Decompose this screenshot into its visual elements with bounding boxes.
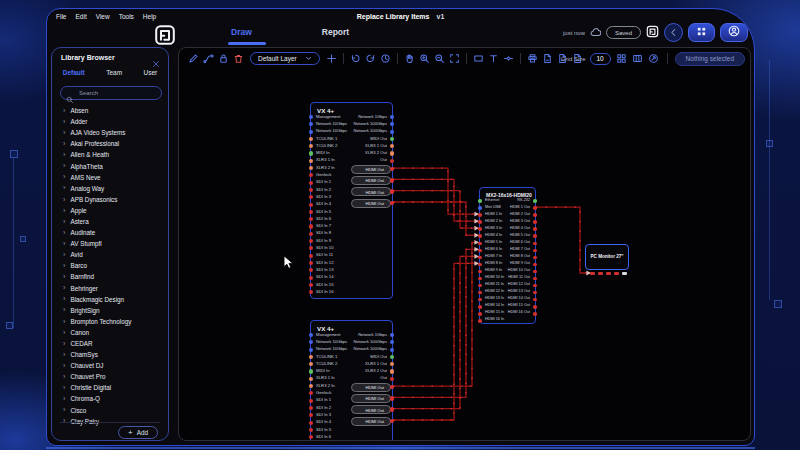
monitor-port[interactable] (590, 272, 595, 276)
wire[interactable] (393, 247, 479, 397)
port-tculink-1[interactable]: TCULINK 1 (316, 355, 337, 359)
port-hdmi-out[interactable]: HDMI Out (351, 165, 391, 174)
library-tab-default[interactable]: Default (63, 69, 85, 76)
port-network-10gbps[interactable]: Network 10Gbps (316, 340, 347, 344)
library-item[interactable]: ›Adder (52, 116, 168, 127)
port-hdmi-14-in[interactable]: HDMI 14 In (485, 304, 504, 308)
library-tab-user[interactable]: User (144, 69, 158, 76)
port-network-10gbps[interactable]: Network 10Gbps (316, 122, 347, 126)
port-xlr3-1-out[interactable]: XLR3 1 Out (365, 144, 387, 148)
port-xlr3-2-in[interactable]: XLR3 2 In (316, 166, 335, 170)
device-monitor[interactable]: PC Monitor 27" (585, 244, 629, 270)
port-sdi-in-7[interactable]: SDI In 7 (316, 224, 331, 228)
library-tab-team[interactable]: Team (106, 69, 122, 76)
port-hdmi-3-out[interactable]: HDMI 3 Out (510, 220, 530, 224)
port-hdmi-14-out[interactable]: HDMI 14 Out (508, 297, 530, 301)
port-network-100gbps[interactable]: Network 100Gbps (353, 340, 387, 344)
port-sdi-in-5[interactable]: SDI In 5 (316, 210, 331, 214)
port-sdi-in-3[interactable]: SDI In 3 (316, 413, 331, 417)
port-out[interactable]: Out (380, 158, 387, 162)
port-hdmi-6-out[interactable]: HDMI 6 Out (510, 241, 530, 245)
port-hdmi-4-in[interactable]: HDMI 4 In (485, 234, 502, 238)
port-hdmi-11-out[interactable]: HDMI 11 Out (508, 276, 530, 280)
menu-tools[interactable]: Tools (119, 13, 134, 20)
port-hdmi-8-in[interactable]: HDMI 8 In (485, 262, 502, 266)
port-genlock[interactable]: Genlock (316, 391, 331, 395)
account-button[interactable] (720, 23, 748, 42)
port-ethernet[interactable]: Ethernet (485, 199, 499, 203)
port-xlr3-2-out[interactable]: XLR3 2 Out (365, 369, 387, 373)
monitor-port[interactable] (598, 272, 603, 276)
library-item[interactable]: ›Canon (52, 327, 168, 338)
menu-view[interactable]: View (96, 13, 110, 20)
menu-edit[interactable]: Edit (75, 13, 86, 20)
port-sdi-in-12[interactable]: SDI In 12 (316, 261, 333, 265)
search-box[interactable] (60, 86, 162, 100)
port-hdmi-3-in[interactable]: HDMI 3 In (485, 227, 502, 231)
library-item[interactable]: ›Barnfind (52, 271, 168, 282)
device-vx-top[interactable]: VX 4+ManagementNetwork 10GbpsNetwork 10G… (310, 102, 393, 299)
port-midi-in[interactable]: MIDI In (316, 369, 330, 373)
port-hdmi-9-out[interactable]: HDMI 9 Out (510, 262, 530, 266)
port-sdi-in-1[interactable]: SDI In 1 (316, 180, 331, 184)
port-hdmi-12-out[interactable]: HDMI 12 Out (508, 283, 530, 287)
port-sdi-in-13[interactable]: SDI In 13 (316, 268, 333, 272)
port-mini-usb[interactable]: Mini USB (485, 206, 501, 210)
port-xlr3-2-out[interactable]: XLR3 2 Out (365, 151, 387, 155)
port-sdi-in-9[interactable]: SDI In 9 (316, 239, 331, 243)
port-network-100gbps[interactable]: Network 100Gbps (353, 122, 387, 126)
port-hdmi-10-out[interactable]: HDMI 10 Out (508, 269, 530, 273)
library-item[interactable]: ›Allen & Heath (52, 149, 168, 160)
port-rs-232[interactable]: RS-232 (517, 199, 530, 203)
port-sdi-in-16[interactable]: SDI In 16 (316, 290, 333, 294)
library-item[interactable]: ›AlphaTheta (52, 160, 168, 171)
library-item[interactable]: ›Chauvet Pro (52, 371, 168, 382)
port-hdmi-7-out[interactable]: HDMI 7 Out (510, 248, 530, 252)
add-library-button[interactable]: +Add (118, 426, 158, 439)
drawing-canvas[interactable]: Default Layer Grid Size Nothing selected… (178, 47, 751, 441)
port-network-100gbps[interactable]: Network 100Gbps (353, 129, 387, 133)
port-hdmi-10-in[interactable]: HDMI 10 In (485, 276, 504, 280)
port-sdi-in-6[interactable]: SDI In 6 (316, 217, 331, 221)
library-item[interactable]: ›Akai Professional (52, 138, 168, 149)
library-item[interactable]: ›AMS Neve (52, 172, 168, 183)
port-xlr3-1-out[interactable]: XLR3 1 Out (365, 362, 387, 366)
port-hdmi-2-in[interactable]: HDMI 2 In (485, 220, 502, 224)
port-hdmi-8-out[interactable]: HDMI 8 Out (510, 255, 530, 259)
port-hdmi-out[interactable]: HDMI Out (351, 187, 391, 196)
port-hdmi-6-in[interactable]: HDMI 6 In (485, 248, 502, 252)
port-out[interactable]: Out (380, 376, 387, 380)
library-item[interactable]: ›APB Dynasonics (52, 194, 168, 205)
port-hdmi-4-out[interactable]: HDMI 4 Out (510, 227, 530, 231)
port-midi-out[interactable]: MIDI Out (370, 137, 387, 141)
library-item[interactable]: ›Apple (52, 205, 168, 216)
port-network-1gbps[interactable]: Network 1Gbps (358, 115, 387, 119)
port-network-10gbps[interactable]: Network 10Gbps (316, 347, 347, 351)
wire[interactable] (536, 207, 591, 275)
library-item[interactable]: ›Analog Way (52, 183, 168, 194)
port-sdi-in-4[interactable]: SDI In 4 (316, 202, 331, 206)
port-sdi-in-2[interactable]: SDI In 2 (316, 188, 331, 192)
device-vx-bottom[interactable]: VX 4+ManagementNetwork 10GbpsNetwork 10G… (310, 320, 393, 441)
port-hdmi-13-out[interactable]: HDMI 13 Out (508, 290, 530, 294)
port-sdi-in-5[interactable]: SDI In 5 (316, 428, 331, 432)
monitor-port[interactable] (606, 272, 611, 276)
wire[interactable] (393, 202, 479, 238)
port-hdmi-2-out[interactable]: HDMI 2 Out (510, 213, 530, 217)
port-hdmi-out[interactable]: HDMI Out (351, 417, 391, 426)
port-hdmi-1-in[interactable]: HDMI 1 In (485, 213, 502, 217)
port-hdmi-out[interactable]: HDMI Out (351, 394, 391, 403)
library-item[interactable]: ›BrightSign (52, 305, 168, 316)
apps-button[interactable] (688, 23, 715, 42)
port-hdmi-1-out[interactable]: HDMI 1 Out (510, 206, 530, 210)
port-xlr3-2-in[interactable]: XLR3 2 In (316, 384, 335, 388)
port-sdi-in-8[interactable]: SDI In 8 (316, 231, 331, 235)
library-item[interactable]: ›AJA Video Systems (52, 127, 168, 138)
tab-report[interactable]: Report (322, 27, 349, 37)
library-item[interactable]: ›CEDAR (52, 338, 168, 349)
search-input[interactable] (77, 87, 159, 99)
library-item[interactable]: ›Behringer (52, 283, 168, 294)
port-hdmi-out[interactable]: HDMI Out (351, 176, 391, 185)
library-item[interactable]: ›Barco (52, 260, 168, 271)
port-xlr3-1-in[interactable]: XLR3 1 In (316, 158, 335, 162)
